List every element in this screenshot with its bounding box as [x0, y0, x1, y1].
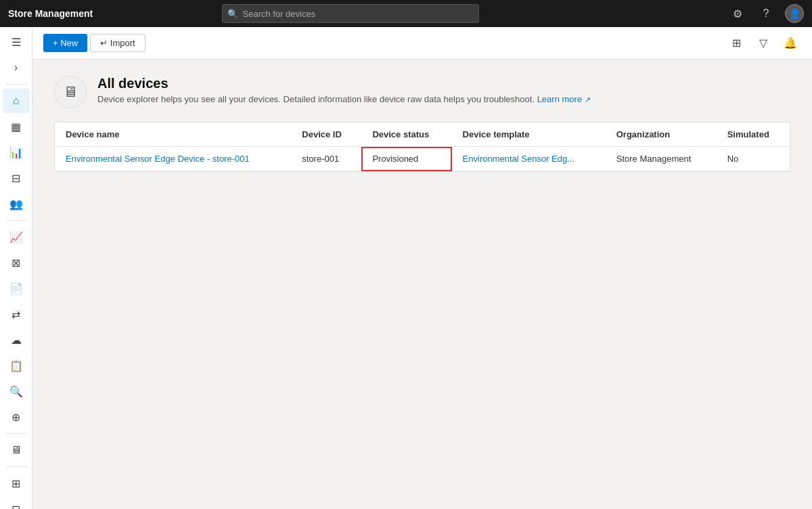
sidebar-divider-4 [6, 466, 26, 467]
bottom-icon-1: ⊞ [12, 477, 20, 490]
help-icon[interactable]: ? [757, 4, 775, 23]
col-device-name: Device name [55, 123, 291, 147]
external-link-icon: ↗ [585, 95, 591, 104]
sidebar-bottom-btn-1[interactable]: ⊞ [3, 471, 30, 495]
page-description: Device explorer helps you see all your d… [97, 94, 591, 104]
table-container: Device name Device ID Device status Devi… [54, 122, 790, 172]
filter-button[interactable]: ▽ [752, 32, 774, 54]
sidebar-item-report[interactable]: 📋 [3, 353, 30, 378]
search-icon: 🔍 [227, 9, 238, 19]
new-button[interactable]: + New [43, 34, 87, 52]
file-icon: 📄 [9, 282, 23, 295]
page-header-text: All devices Device explorer helps you se… [97, 76, 591, 104]
col-device-status: Device status [361, 123, 451, 147]
home-icon: ⌂ [13, 95, 20, 107]
learn-more-link[interactable]: Learn more [537, 94, 582, 104]
cell-simulated: No [717, 147, 790, 171]
notification-button[interactable]: 🔔 [780, 32, 801, 54]
sidebar-item-transform[interactable]: ⇄ [3, 302, 30, 326]
sidebar-bottom: ⊞ ⊟ [0, 464, 32, 509]
sidebar-item-grid[interactable]: ⊠ [3, 250, 30, 275]
col-device-template: Device template [452, 123, 606, 147]
extensions-icon: ⊕ [12, 411, 20, 424]
layout-button[interactable]: ⊞ [725, 32, 747, 54]
search-input[interactable] [222, 4, 479, 23]
sidebar-item-extensions[interactable]: ⊕ [3, 405, 30, 429]
import-button[interactable]: ↵ Import [90, 34, 145, 52]
device-template-link[interactable]: Environmental Sensor Edg... [463, 154, 574, 164]
sidebar-divider-3 [6, 433, 26, 434]
sidebar-item-dashboard[interactable]: ▦ [3, 114, 30, 139]
monitor-icon: 🖥 [11, 444, 22, 456]
sidebar-item-chart[interactable]: 📊 [3, 140, 30, 164]
device-icon: 🖥 [63, 83, 78, 101]
sidebar-divider-2 [6, 220, 26, 221]
page-content: 🖥 All devices Device explorer helps you … [32, 60, 812, 509]
bottom-icon-2: ⊟ [12, 503, 20, 510]
devices-table: Device name Device ID Device status Devi… [55, 123, 790, 171]
cell-device-id: store-001 [291, 147, 361, 171]
filter-icon: ▽ [759, 37, 767, 49]
sidebar-item-analytics[interactable]: 📈 [3, 225, 30, 249]
sidebar-item-cloud[interactable]: ☁ [3, 328, 30, 352]
chart-icon: 📊 [9, 146, 23, 159]
page-title: All devices [97, 76, 591, 91]
table-row: Environmental Sensor Edge Device - store… [55, 147, 790, 171]
search-container: 🔍 [222, 4, 479, 23]
users-icon: 👥 [9, 198, 23, 211]
hamburger-btn[interactable]: ☰ [3, 30, 30, 54]
expand-btn[interactable]: › [3, 56, 30, 80]
content-area: + New ↵ Import ⊞ ▽ 🔔 🖥 [32, 27, 812, 509]
sidebar-item-search[interactable]: 🔍 [3, 379, 30, 403]
sidebar-top: ☰ › ⌂ ▦ 📊 ⊟ 👥 📈 [0, 30, 32, 462]
app-title: Store Management [8, 8, 93, 19]
cell-device-status: Provisioned [361, 147, 451, 171]
bell-icon: 🔔 [784, 37, 797, 49]
transform-icon: ⇄ [12, 308, 20, 321]
rules-icon: ⊟ [12, 172, 20, 185]
avatar[interactable]: 👤 [785, 4, 804, 23]
report-icon: 📋 [9, 359, 23, 372]
toolbar-left: + New ↵ Import [43, 34, 145, 52]
sidebar: ☰ › ⌂ ▦ 📊 ⊟ 👥 📈 [0, 27, 32, 509]
toolbar-right: ⊞ ▽ 🔔 [725, 32, 801, 54]
sidebar-item-rules[interactable]: ⊟ [3, 166, 30, 190]
table-body: Environmental Sensor Edge Device - store… [55, 147, 790, 171]
sidebar-item-monitor[interactable]: 🖥 [3, 438, 30, 462]
search-nav-icon: 🔍 [9, 385, 23, 398]
page-header-icon: 🖥 [54, 76, 87, 108]
sidebar-divider-1 [6, 84, 26, 85]
hamburger-icon: ☰ [12, 36, 21, 49]
sidebar-item-home[interactable]: ⌂ [3, 89, 30, 113]
col-simulated: Simulated [717, 123, 790, 147]
analytics-icon: 📈 [9, 231, 23, 244]
cell-device-template: Environmental Sensor Edg... [452, 147, 606, 171]
layout-icon: ⊞ [732, 37, 741, 49]
sidebar-bottom-btn-2[interactable]: ⊟ [3, 497, 30, 509]
cell-device-name: Environmental Sensor Edge Device - store… [55, 147, 291, 171]
sidebar-item-users[interactable]: 👥 [3, 192, 30, 216]
topbar-actions: ⚙ ? 👤 [728, 4, 804, 23]
device-name-link[interactable]: Environmental Sensor Edge Device - store… [66, 154, 250, 164]
expand-icon: › [14, 62, 18, 74]
settings-icon[interactable]: ⚙ [728, 4, 747, 23]
dashboard-icon: ▦ [11, 120, 21, 133]
page-header: 🖥 All devices Device explorer helps you … [54, 76, 790, 108]
cell-organization: Store Management [606, 147, 717, 171]
sidebar-item-file[interactable]: 📄 [3, 276, 30, 301]
col-device-id: Device ID [291, 123, 361, 147]
main-layout: ☰ › ⌂ ▦ 📊 ⊟ 👥 📈 [0, 27, 812, 509]
grid-icon: ⊠ [12, 257, 20, 269]
cloud-icon: ☁ [11, 334, 22, 347]
table-header: Device name Device ID Device status Devi… [55, 123, 790, 147]
toolbar: + New ↵ Import ⊞ ▽ 🔔 [32, 27, 812, 60]
topbar: Store Management 🔍 ⚙ ? 👤 [0, 0, 812, 27]
col-organization: Organization [606, 123, 717, 147]
table-header-row: Device name Device ID Device status Devi… [55, 123, 790, 147]
